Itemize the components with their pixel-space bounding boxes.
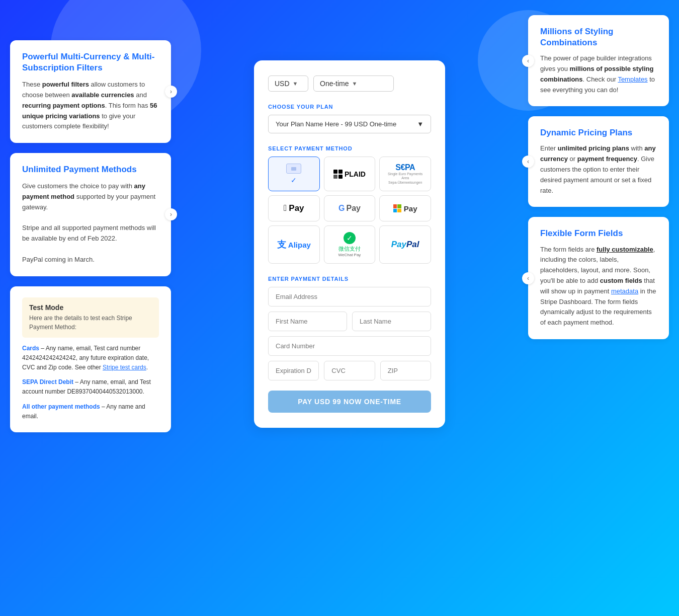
paypal-text-1: Pay <box>391 240 406 249</box>
test-mode-sepa-section: SEPA Direct Debit – Any name, email, and… <box>22 377 159 397</box>
ms-pay-logo: Pay <box>393 204 417 213</box>
payment-details-section-label: ENTER PAYMENT DETAILS <box>268 276 431 282</box>
plan-chevron-icon: ▼ <box>417 120 423 128</box>
flexible-fields-body: The form fields are fully customizable, … <box>540 245 657 328</box>
zip-field[interactable] <box>380 361 431 380</box>
payment-method-ms-pay[interactable]: Pay <box>379 195 431 221</box>
test-mode-description: Here are the details to test each Stripe… <box>29 314 152 332</box>
unlimited-methods-body: Give customers the choice to pay with an… <box>22 181 159 265</box>
currency-frequency-row: USD ▼ One-time ▼ <box>268 75 431 92</box>
alipay-text: Alipay <box>288 241 311 249</box>
styling-combinations-body: The power of page builder integrations g… <box>540 53 657 95</box>
payment-method-paypal[interactable]: PayPal <box>379 225 431 264</box>
metadata-link[interactable]: metadata <box>611 287 638 295</box>
alipay-logo: 支 Alipay <box>277 239 311 251</box>
center-column: USD ▼ One-time ▼ CHOOSE YOUR PLAN Your P… <box>181 10 518 606</box>
payment-method-plaid[interactable]: PLAID <box>324 157 376 191</box>
dynamic-pricing-card: ‹ Dynamic Pricing Plans Enter unlimited … <box>528 116 669 207</box>
currency-selector[interactable]: USD ▼ <box>268 75 308 92</box>
multi-currency-card: Powerful Multi-Currency & Multi-Subscrip… <box>10 40 171 143</box>
multi-currency-title: Powerful Multi-Currency & Multi-Subscrip… <box>22 51 159 73</box>
payment-method-sepa[interactable]: S€PA Single Euro Payments AreaSepa-Überw… <box>379 157 431 191</box>
payment-method-section-label: SELECT PAYMENT METHOD <box>268 145 431 151</box>
test-mode-title: Test Mode <box>29 303 152 312</box>
payment-methods-grid: ✓ PLAID <box>268 157 431 264</box>
styling-combinations-title: Millions of Styling Combinations <box>540 26 657 48</box>
payment-method-apple-pay[interactable]:  Pay <box>268 195 320 221</box>
frequency-selector[interactable]: One-time ▼ <box>313 75 394 92</box>
templates-link[interactable]: Templates <box>618 75 647 83</box>
ms-pay-text: Pay <box>404 204 417 213</box>
test-mode-card: Test Mode Here are the details to test e… <box>10 286 171 432</box>
payment-form-card: USD ▼ One-time ▼ CHOOSE YOUR PLAN Your P… <box>254 60 445 428</box>
test-mode-banner: Test Mode Here are the details to test e… <box>22 297 159 338</box>
ms-grid-icon <box>393 204 401 212</box>
pay-button[interactable]: PAY USD 99 NOW ONE-TIME <box>268 391 431 413</box>
card-number-field[interactable] <box>268 336 431 356</box>
first-name-field[interactable] <box>268 312 347 331</box>
payment-method-card[interactable]: ✓ <box>268 157 320 191</box>
dynamic-pricing-prev-arrow[interactable]: ‹ <box>522 156 534 168</box>
google-g-icon: G <box>338 204 345 213</box>
expiry-field[interactable] <box>268 361 319 380</box>
cvc-field[interactable] <box>324 361 375 380</box>
frequency-chevron-icon: ▼ <box>352 81 358 87</box>
test-mode-other-section: All other payment methods – Any name and… <box>22 402 159 421</box>
dynamic-pricing-title: Dynamic Pricing Plans <box>540 127 657 138</box>
cards-section-title: Cards <box>22 345 39 352</box>
test-mode-cards-section: Cards – Any name, email, Test card numbe… <box>22 344 159 373</box>
plaid-logo: PLAID <box>333 170 366 179</box>
plan-section-label: CHOOSE YOUR PLAN <box>268 104 431 110</box>
stripe-test-cards-link[interactable]: Stripe test cards <box>103 364 146 371</box>
flexible-fields-title: Flexible Form Fields <box>540 228 657 239</box>
last-name-field[interactable] <box>352 312 431 331</box>
multi-currency-body: These powerful filters allow customers t… <box>22 80 159 132</box>
plan-dropdown[interactable]: Your Plan Name Here - 99 USD One-time ▼ <box>268 115 431 133</box>
card-details-row <box>268 361 431 380</box>
alipay-icon: 支 <box>277 239 286 251</box>
currency-value: USD <box>275 80 290 88</box>
dynamic-pricing-body: Enter unlimited pricing plans with any c… <box>540 143 657 196</box>
other-section-title: All other payment methods <box>22 403 100 410</box>
paypal-text-2: Pal <box>406 240 419 249</box>
wechat-icon: ✓ <box>344 232 356 244</box>
paypal-logo: PayPal <box>391 240 419 250</box>
card-icon: ✓ <box>286 164 301 184</box>
card2-next-arrow[interactable]: › <box>165 208 177 220</box>
google-pay-logo: G Pay <box>338 204 361 213</box>
plan-name: Your Plan Name Here - 99 USD One-time <box>276 120 396 128</box>
sepa-logo: S€PA Single Euro Payments AreaSepa-Überw… <box>384 163 427 185</box>
payment-method-google-pay[interactable]: G Pay <box>324 195 376 221</box>
wechat-text: 微信支付 <box>338 245 361 253</box>
sepa-section-title: SEPA Direct Debit <box>22 378 73 386</box>
email-field[interactable] <box>268 287 431 306</box>
right-column: ‹ Millions of Styling Combinations The p… <box>528 10 669 606</box>
unlimited-methods-title: Unlimited Payment Methods <box>22 164 159 175</box>
plaid-grid-icon <box>333 170 343 179</box>
payment-method-alipay[interactable]: 支 Alipay <box>268 225 320 264</box>
name-row <box>268 312 431 331</box>
card1-next-arrow[interactable]: › <box>165 86 177 98</box>
apple-pay-text: Pay <box>289 203 304 213</box>
wechat-logo: ✓ 微信支付 WeChat Pay <box>338 232 361 257</box>
frequency-value: One-time <box>320 80 349 88</box>
unlimited-methods-card: Unlimited Payment Methods Give customers… <box>10 153 171 276</box>
left-column: Powerful Multi-Currency & Multi-Subscrip… <box>10 10 171 606</box>
flexible-fields-prev-arrow[interactable]: ‹ <box>522 272 534 284</box>
google-pay-text: Pay <box>346 204 360 213</box>
currency-chevron-icon: ▼ <box>293 81 298 87</box>
styling-prev-arrow[interactable]: ‹ <box>522 55 534 67</box>
apple-icon:  <box>284 203 287 213</box>
apple-pay-logo:  Pay <box>284 203 304 213</box>
wechat-sub-text: WeChat Pay <box>338 253 361 257</box>
flexible-fields-card: ‹ Flexible Form Fields The form fields a… <box>528 217 669 339</box>
plaid-text: PLAID <box>345 170 366 178</box>
payment-method-wechat[interactable]: ✓ 微信支付 WeChat Pay <box>324 225 376 264</box>
styling-combinations-card: ‹ Millions of Styling Combinations The p… <box>528 15 669 106</box>
pay-button-label: PAY USD 99 NOW ONE-TIME <box>298 398 401 406</box>
